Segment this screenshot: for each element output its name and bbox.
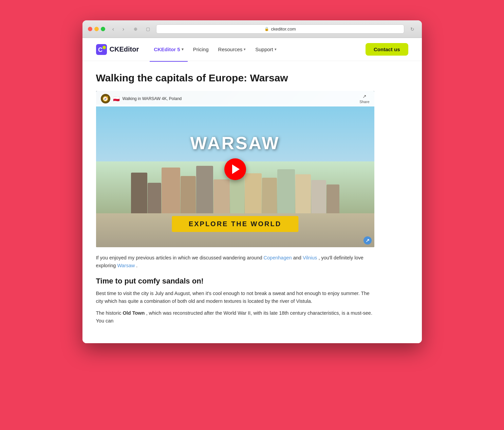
- nav-item-pricing[interactable]: Pricing: [189, 44, 213, 55]
- logo-text: CKEditor: [110, 45, 139, 53]
- paragraph1-period: .: [136, 263, 137, 268]
- svg-text:C: C: [98, 46, 102, 53]
- play-triangle-icon: [232, 164, 240, 174]
- building-3: [162, 168, 180, 220]
- forward-arrow[interactable]: ›: [119, 25, 128, 33]
- back-arrow[interactable]: ‹: [109, 25, 117, 33]
- browser-dots: [88, 27, 105, 31]
- explore-text: EXPLORE THE WORLD: [189, 220, 281, 228]
- article-paragraph-1: If you enjoyed my previous articles in w…: [96, 254, 374, 270]
- browser-nav: ‹ ›: [109, 25, 128, 33]
- video-channel-name: Walking in WARSAW 4K, Poland: [123, 96, 182, 101]
- tab-icon: ▢: [144, 25, 152, 33]
- page-content: C CKEditor CKEditor 5 ▾ Pricing Resource…: [82, 38, 422, 343]
- nav-item-resources[interactable]: Resources ▾: [214, 44, 250, 55]
- video-bottom-icon: ↗: [363, 236, 372, 245]
- navbar: C CKEditor CKEditor 5 ▾ Pricing Resource…: [82, 38, 422, 61]
- building-1: [131, 173, 147, 220]
- explore-banner: EXPLORE THE WORLD: [172, 216, 298, 232]
- lock-icon: 🔒: [264, 27, 269, 31]
- video-container[interactable]: 🧭 🇵🇱 Walking in WARSAW 4K, Poland ↗ Shar…: [96, 91, 374, 247]
- building-5: [196, 166, 213, 220]
- link-copenhagen[interactable]: Copenhagen: [264, 255, 292, 260]
- article-paragraph-3: The historic Old Town , which was recons…: [96, 309, 374, 325]
- video-wrapper: 🧭 🇵🇱 Walking in WARSAW 4K, Poland ↗ Shar…: [96, 91, 374, 247]
- nav-item-pricing-label: Pricing: [193, 46, 209, 52]
- support-chevron-icon: ▾: [275, 47, 277, 52]
- paragraph1-start: If you enjoyed my previous articles in w…: [96, 255, 262, 260]
- dot-green[interactable]: [101, 27, 105, 31]
- link-vilnius[interactable]: Vilnius: [303, 255, 317, 260]
- logo[interactable]: C CKEditor: [96, 44, 139, 55]
- video-share[interactable]: ↗ Share: [359, 94, 369, 104]
- article-subtitle: Time to put comfy sandals on!: [96, 277, 374, 286]
- article-paragraph-2: Best time to visit the city is July and …: [96, 290, 374, 305]
- url-text: ckeditor.com: [271, 26, 296, 32]
- contact-button[interactable]: Contact us: [366, 43, 408, 56]
- video-channel-info: 🧭 🇵🇱 Walking in WARSAW 4K, Poland: [101, 94, 182, 103]
- security-icon: ⊕: [132, 25, 140, 33]
- nav-item-resources-label: Resources: [218, 46, 243, 52]
- video-header-bar: 🧭 🇵🇱 Walking in WARSAW 4K, Poland ↗ Shar…: [96, 91, 374, 106]
- nav-item-ckeditor5[interactable]: CKEditor 5 ▾: [150, 44, 188, 55]
- nav-item-support[interactable]: Support ▾: [251, 44, 281, 55]
- svg-point-2: [102, 46, 106, 49]
- ck-logo-icon: C: [96, 44, 107, 55]
- dot-red[interactable]: [88, 27, 92, 31]
- building-10: [277, 169, 295, 220]
- nav-item-ckeditor5-label: CKEditor 5: [154, 46, 180, 52]
- share-label: Share: [359, 100, 369, 104]
- main-content: Walking the capitals of Europe: Warsaw 🧭…: [82, 61, 388, 340]
- nav-items: CKEditor 5 ▾ Pricing Resources ▾ Support…: [150, 44, 366, 55]
- video-flag: 🇵🇱: [113, 96, 120, 102]
- browser-chrome: ‹ › ⊕ ▢ 🔒 ckeditor.com ↻: [82, 20, 422, 38]
- browser-window: ‹ › ⊕ ▢ 🔒 ckeditor.com ↻ C CKEditor: [82, 20, 422, 343]
- article-title: Walking the capitals of Europe: Warsaw: [96, 72, 374, 84]
- share-arrow-icon: ↗: [362, 94, 367, 99]
- warsaw-text: WARSAW: [190, 133, 280, 153]
- paragraph3-start: The historic: [96, 310, 122, 316]
- channel-avatar: 🧭: [101, 94, 110, 103]
- play-button[interactable]: [224, 158, 246, 180]
- link-warsaw[interactable]: Warsaw: [117, 263, 135, 268]
- resources-chevron-icon: ▾: [244, 47, 246, 52]
- address-bar[interactable]: 🔒 ckeditor.com: [156, 24, 404, 34]
- dot-yellow[interactable]: [94, 27, 99, 31]
- nav-item-support-label: Support: [255, 46, 273, 52]
- old-town-bold: Old Town: [123, 310, 145, 316]
- ckeditor5-chevron-icon: ▾: [182, 47, 184, 52]
- and-text: and: [293, 255, 301, 260]
- compass-icon: 🧭: [102, 96, 108, 101]
- refresh-button[interactable]: ↻: [408, 25, 416, 33]
